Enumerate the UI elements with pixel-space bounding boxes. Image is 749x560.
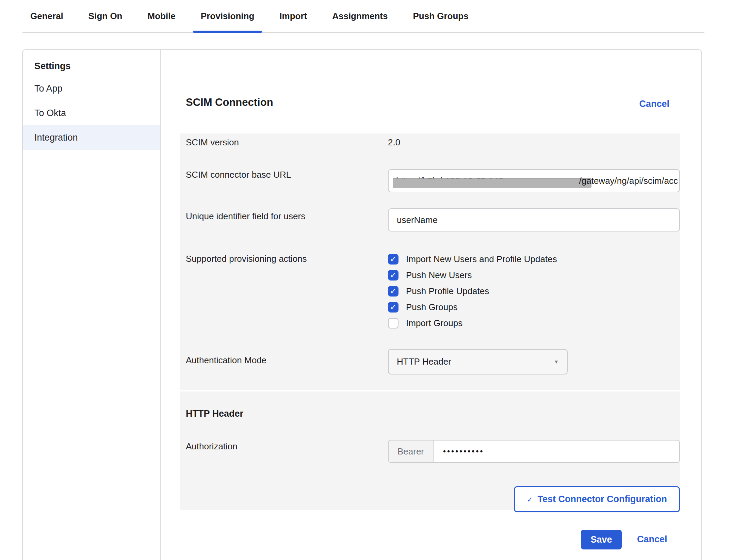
chevron-down-icon: ▼ bbox=[554, 359, 559, 365]
auth-mode-select[interactable]: HTTP Header ▼ bbox=[388, 349, 568, 374]
provisioning-actions-label: Supported provisioning actions bbox=[186, 254, 307, 264]
cancel-link-bottom[interactable]: Cancel bbox=[637, 534, 667, 545]
base-url-input[interactable]: https://b5bd-185-19-67-148 /gateway/ng/a… bbox=[388, 169, 680, 192]
checkbox-label: Import New Users and Profile Updates bbox=[406, 254, 557, 265]
tab-provisioning[interactable]: Provisioning bbox=[193, 0, 262, 32]
tab-assignments[interactable]: Assignments bbox=[324, 0, 395, 32]
sidebar-item-to-app[interactable]: To App bbox=[23, 76, 160, 101]
auth-mode-label: Authentication Mode bbox=[186, 355, 266, 366]
sidebar-title: Settings bbox=[23, 50, 160, 76]
section-divider bbox=[180, 390, 680, 391]
app-tab-bar: General Sign On Mobile Provisioning Impo… bbox=[22, 0, 704, 33]
provisioning-settings-page: General Sign On Mobile Provisioning Impo… bbox=[0, 0, 749, 560]
scim-version-label: SCIM version bbox=[186, 137, 239, 148]
checkbox-import-groups-icon[interactable] bbox=[388, 318, 398, 329]
checkbox-push-profile-updates-icon[interactable] bbox=[388, 286, 398, 297]
sidebar-item-to-okta[interactable]: To Okta bbox=[23, 101, 160, 125]
checkbox-label: Push Profile Updates bbox=[406, 286, 489, 297]
checkbox-label: Push Groups bbox=[406, 302, 458, 313]
checkbox-import-users-icon[interactable] bbox=[388, 254, 398, 265]
tab-import[interactable]: Import bbox=[272, 0, 315, 32]
checkbox-label: Import Groups bbox=[406, 318, 462, 329]
authorization-token-input[interactable]: •••••••••• bbox=[434, 441, 484, 462]
unique-id-value: userName bbox=[397, 215, 438, 225]
checkbox-row-push-profile-updates[interactable]: Push Profile Updates bbox=[388, 283, 557, 299]
unique-id-label: Unique identifier field for users bbox=[186, 211, 305, 222]
base-url-label: SCIM connector base URL bbox=[186, 170, 291, 180]
tab-sign-on[interactable]: Sign On bbox=[81, 0, 130, 32]
checkbox-push-groups-icon[interactable] bbox=[388, 302, 398, 313]
settings-sidebar: Settings To App To Okta Integration bbox=[23, 50, 160, 150]
checkbox-row-push-new-users[interactable]: Push New Users bbox=[388, 267, 557, 283]
check-icon: ✓ bbox=[527, 496, 533, 504]
base-url-visible-end: /gateway/ng/api/scim/acc bbox=[579, 170, 678, 192]
test-connector-label: Test Connector Configuration bbox=[538, 494, 667, 505]
checkbox-push-new-users-icon[interactable] bbox=[388, 270, 398, 281]
checkbox-label: Push New Users bbox=[406, 270, 472, 281]
unique-id-input[interactable]: userName bbox=[388, 208, 680, 231]
sidebar-item-integration[interactable]: Integration bbox=[23, 125, 160, 150]
cancel-link-top[interactable]: Cancel bbox=[639, 99, 669, 109]
authorization-label: Authorization bbox=[186, 441, 238, 452]
http-header-section-title: HTTP Header bbox=[186, 409, 243, 419]
authorization-prefix: Bearer bbox=[389, 441, 434, 462]
checkbox-row-push-groups[interactable]: Push Groups bbox=[388, 299, 557, 315]
auth-mode-selected-value: HTTP Header bbox=[397, 356, 451, 367]
checkbox-row-import-users[interactable]: Import New Users and Profile Updates bbox=[388, 251, 557, 267]
page-title: SCIM Connection bbox=[186, 96, 273, 109]
tab-general[interactable]: General bbox=[22, 0, 71, 32]
tab-mobile[interactable]: Mobile bbox=[140, 0, 183, 32]
authorization-input-group: Bearer •••••••••• bbox=[388, 440, 680, 463]
sidebar-divider bbox=[160, 50, 161, 560]
tab-push-groups[interactable]: Push Groups bbox=[405, 0, 476, 32]
provisioning-actions-group: Import New Users and Profile Updates Pus… bbox=[388, 251, 557, 331]
redaction-bar bbox=[393, 178, 542, 188]
checkbox-row-import-groups[interactable]: Import Groups bbox=[388, 315, 557, 331]
test-connector-configuration-button[interactable]: ✓ Test Connector Configuration bbox=[514, 486, 680, 512]
scim-version-value: 2.0 bbox=[388, 137, 400, 148]
save-button[interactable]: Save bbox=[581, 530, 622, 549]
